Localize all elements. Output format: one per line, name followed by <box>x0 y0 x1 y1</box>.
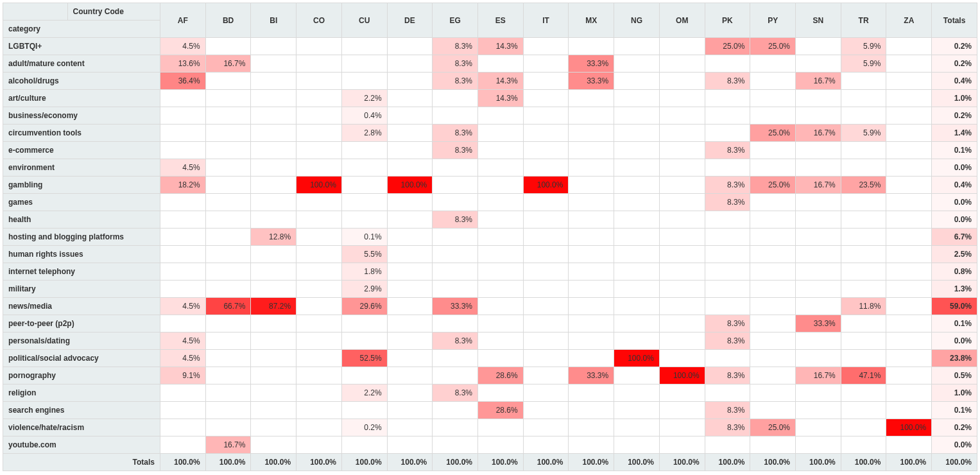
data-cell <box>750 350 796 367</box>
col-header-eg: EG <box>433 3 478 38</box>
data-cell <box>387 281 433 298</box>
row-total: 0.0% <box>932 159 977 177</box>
data-cell <box>205 281 251 298</box>
data-cell <box>523 332 569 350</box>
col-header-sn: SN <box>796 3 841 38</box>
col-header-om: OM <box>659 3 705 38</box>
data-cell <box>387 107 433 125</box>
data-cell <box>569 281 614 298</box>
col-header-totals: Totals <box>932 3 977 38</box>
row-label: e-commerce <box>3 142 160 159</box>
data-cell <box>569 90 614 107</box>
row-label: peer-to-peer (p2p) <box>3 315 160 332</box>
data-cell <box>387 211 433 229</box>
data-cell <box>523 367 569 384</box>
data-cell <box>750 159 796 177</box>
row-total: 0.1% <box>932 402 977 419</box>
data-cell <box>341 194 387 211</box>
data-cell <box>886 332 932 350</box>
data-cell: 33.3% <box>569 367 614 384</box>
data-cell <box>387 263 433 281</box>
data-cell <box>523 298 569 315</box>
row-label: games <box>3 194 160 211</box>
data-cell <box>251 315 297 332</box>
data-cell: 5.5% <box>341 246 387 263</box>
data-cell <box>886 246 932 263</box>
data-cell <box>569 246 614 263</box>
data-cell <box>614 332 660 350</box>
data-cell <box>160 90 205 107</box>
col-header-za: ZA <box>886 3 932 38</box>
data-cell <box>796 142 841 159</box>
data-cell: 9.1% <box>160 367 205 384</box>
data-cell <box>251 125 297 142</box>
data-cell: 2.2% <box>341 90 387 107</box>
row-label: alcohol/drugs <box>3 73 160 90</box>
row-label: hosting and blogging platforms <box>3 229 160 246</box>
data-cell <box>750 402 796 419</box>
data-cell <box>886 211 932 229</box>
data-cell: 8.3% <box>433 125 478 142</box>
data-cell <box>796 384 841 402</box>
col-total: 100.0% <box>341 454 387 471</box>
data-cell <box>251 55 297 73</box>
data-cell <box>569 402 614 419</box>
data-cell: 23.5% <box>841 177 886 194</box>
row-label: internet telephony <box>3 263 160 281</box>
data-cell <box>160 315 205 332</box>
col-total: 100.0% <box>387 454 433 471</box>
data-cell <box>750 194 796 211</box>
data-cell <box>750 436 796 454</box>
col-total: 100.0% <box>251 454 297 471</box>
data-cell <box>433 194 478 211</box>
data-cell <box>205 367 251 384</box>
data-cell: 100.0% <box>387 177 433 194</box>
data-cell <box>523 229 569 246</box>
data-cell <box>478 142 524 159</box>
col-total: 100.0% <box>614 454 660 471</box>
data-cell <box>659 177 705 194</box>
data-cell <box>297 194 342 211</box>
data-cell <box>251 384 297 402</box>
data-cell <box>205 263 251 281</box>
data-cell <box>251 107 297 125</box>
data-cell <box>478 125 524 142</box>
data-cell: 100.0% <box>659 367 705 384</box>
data-cell <box>750 107 796 125</box>
data-cell <box>297 402 342 419</box>
data-cell <box>886 315 932 332</box>
data-cell <box>659 107 705 125</box>
data-cell <box>297 332 342 350</box>
data-cell <box>705 55 750 73</box>
data-cell <box>841 315 886 332</box>
data-cell <box>478 350 524 367</box>
data-cell <box>841 350 886 367</box>
data-cell: 16.7% <box>796 73 841 90</box>
data-cell: 5.9% <box>841 38 886 55</box>
data-cell <box>614 402 660 419</box>
data-cell <box>705 107 750 125</box>
data-cell <box>523 55 569 73</box>
data-cell: 16.7% <box>205 436 251 454</box>
data-cell <box>659 194 705 211</box>
data-cell <box>341 55 387 73</box>
data-cell <box>433 246 478 263</box>
data-cell <box>297 436 342 454</box>
data-cell: 8.3% <box>705 419 750 436</box>
data-cell <box>160 229 205 246</box>
data-cell <box>523 125 569 142</box>
data-cell <box>569 229 614 246</box>
data-cell <box>297 90 342 107</box>
data-cell <box>705 436 750 454</box>
data-cell <box>433 367 478 384</box>
row-label: human rights issues <box>3 246 160 263</box>
data-cell <box>297 419 342 436</box>
row-total: 1.0% <box>932 90 977 107</box>
col-total: 100.0% <box>750 454 796 471</box>
data-cell: 8.3% <box>705 315 750 332</box>
data-cell <box>796 419 841 436</box>
data-cell <box>387 38 433 55</box>
row-label: news/media <box>3 298 160 315</box>
data-cell <box>205 384 251 402</box>
data-cell <box>750 332 796 350</box>
